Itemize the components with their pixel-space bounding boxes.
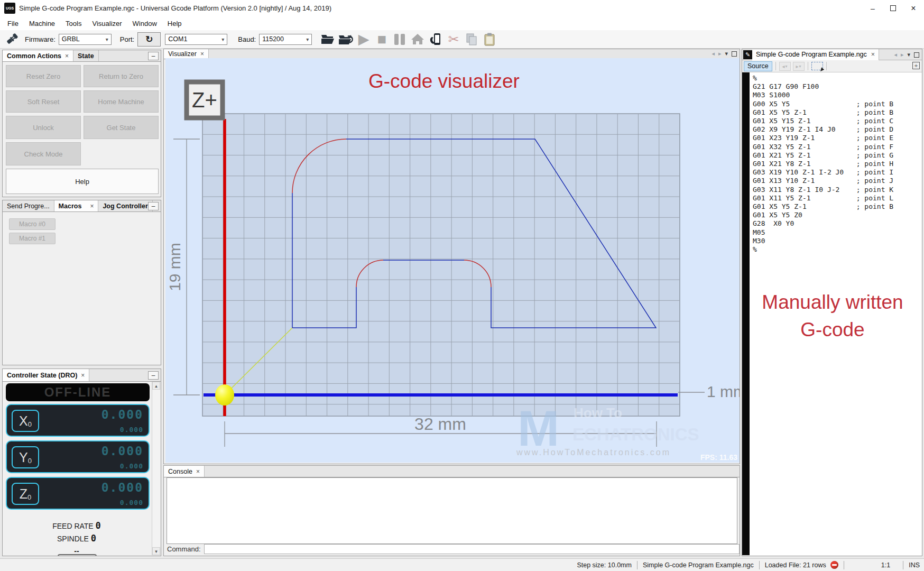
watermark-url: www.HowToMechatronics.com bbox=[516, 448, 671, 457]
edit-pencil-icon: ✎ bbox=[743, 50, 752, 59]
controller-status-badge: OFF-LINE bbox=[6, 383, 150, 401]
panel-minimize-button[interactable]: – bbox=[148, 52, 159, 60]
close-icon[interactable]: × bbox=[90, 202, 94, 210]
axis-reset-button-z[interactable]: Z0 bbox=[12, 483, 39, 505]
console-tabstrip: Console × bbox=[164, 466, 740, 477]
menu-bar: FileMachineToolsVisualizerWindowHelp bbox=[0, 16, 924, 30]
dock-right-icon[interactable]: ▸ bbox=[901, 51, 904, 58]
tab-common-actions[interactable]: Common Actions × bbox=[3, 50, 73, 61]
window-minimize-button[interactable]: – bbox=[863, 0, 883, 16]
window-maximize-button[interactable] bbox=[883, 0, 903, 16]
source-view-button[interactable]: Source bbox=[744, 61, 772, 71]
axis-work-position: 0.000 bbox=[101, 444, 143, 458]
float-window-icon[interactable] bbox=[732, 51, 737, 57]
axis-machine-position: 0.000 bbox=[120, 462, 143, 470]
check-mode-button[interactable]: Check Mode bbox=[6, 142, 81, 165]
panel-minimize-button[interactable]: – bbox=[148, 371, 159, 380]
close-icon[interactable]: × bbox=[200, 50, 204, 58]
connect-plug-icon[interactable] bbox=[3, 31, 20, 47]
stop-icon: ■ bbox=[373, 31, 390, 47]
firmware-select[interactable]: GRBL ▾ bbox=[59, 34, 112, 45]
menu-window[interactable]: Window bbox=[127, 17, 162, 30]
gcode-source-listing[interactable]: % G21 G17 G90 F100 M03 S1000 G00 X5 Y5 ;… bbox=[753, 74, 893, 254]
return-to-zero-button[interactable]: Return to Zero bbox=[84, 65, 159, 87]
editor-window-controls: ◂ ▸ ▾ bbox=[894, 51, 919, 58]
dimension-width-label: 32 mm bbox=[414, 415, 466, 434]
dock-left-icon[interactable]: ◂ bbox=[894, 51, 897, 58]
dock-right-icon[interactable]: ▸ bbox=[718, 50, 722, 57]
zoom-ratio-status: 1:1 bbox=[881, 561, 890, 569]
command-label: Command: bbox=[167, 545, 201, 553]
tab-jog-controller[interactable]: Jog Controller bbox=[98, 200, 152, 211]
main-toolbar: Firmware: GRBL ▾ Port: ↻ COM1 ▾ Baud: 11… bbox=[0, 30, 924, 49]
tab-macros[interactable]: Macros × bbox=[54, 200, 99, 211]
unlock-button[interactable]: Unlock bbox=[6, 116, 81, 139]
tab-state[interactable]: State bbox=[73, 50, 99, 61]
dropdown-icon[interactable]: ▾ bbox=[907, 51, 910, 58]
float-window-icon[interactable] bbox=[914, 52, 919, 58]
soft-reset-button[interactable]: Soft Reset bbox=[6, 90, 81, 113]
macro-0-button[interactable]: Macro #0 bbox=[9, 218, 56, 230]
console-output[interactable] bbox=[167, 477, 737, 544]
visualizer-drawing: 19 mm 32 mm 1 mm M How To ECHATRONICS ww… bbox=[165, 58, 740, 463]
axis-reset-button-x[interactable]: X0 bbox=[12, 410, 39, 432]
command-row: Command: bbox=[164, 543, 740, 555]
menu-visualizer[interactable]: Visualizer bbox=[87, 17, 127, 30]
alarm-button[interactable]: ALARM bbox=[58, 554, 97, 556]
tool-position-marker bbox=[215, 384, 234, 406]
window-close-button[interactable]: × bbox=[903, 0, 924, 16]
baud-select[interactable]: 115200 ▾ bbox=[259, 34, 312, 45]
close-icon[interactable]: × bbox=[65, 52, 69, 60]
dimension-unit-label: 1 mm bbox=[707, 383, 740, 400]
reload-file-icon[interactable] bbox=[337, 31, 354, 47]
panel-minimize-button[interactable]: – bbox=[148, 202, 159, 210]
ugs-application-window: UGS Simple G-code Program Example.ngc - … bbox=[0, 0, 924, 571]
tab-controller-state[interactable]: Controller State (DRO) × bbox=[3, 369, 89, 381]
tab-console[interactable]: Console × bbox=[164, 466, 205, 477]
port-label: Port: bbox=[120, 35, 134, 43]
separator bbox=[759, 561, 760, 569]
editor-tabstrip: ✎ Simple G-code Program Example.ngc × ◂ … bbox=[742, 49, 922, 60]
port-select[interactable]: COM1 ▾ bbox=[165, 34, 227, 45]
pendant-mobile-icon[interactable] bbox=[427, 31, 444, 47]
separator bbox=[826, 62, 827, 70]
help-button[interactable]: Help bbox=[6, 169, 159, 194]
port-value: COM1 bbox=[168, 35, 187, 43]
tab-visualizer[interactable]: Visualizer × bbox=[164, 49, 209, 59]
menu-tools[interactable]: Tools bbox=[60, 17, 87, 30]
editor-grid-icon[interactable]: + bbox=[912, 62, 920, 69]
selection-mode-icon[interactable] bbox=[811, 62, 823, 70]
tab-send-progress[interactable]: Send Progre... bbox=[3, 200, 54, 211]
scroll-down-icon[interactable]: ▾ bbox=[152, 547, 160, 555]
separator bbox=[903, 561, 903, 569]
command-input[interactable] bbox=[204, 544, 740, 554]
maximize-icon bbox=[890, 5, 896, 11]
macro-1-button[interactable]: Macro #1 bbox=[9, 233, 56, 244]
visualizer-annotation-title: G-code visualizer bbox=[368, 70, 520, 92]
get-state-button[interactable]: Get State bbox=[84, 116, 159, 139]
annotation-line-2: G-code bbox=[750, 319, 916, 341]
close-icon[interactable]: × bbox=[871, 51, 875, 58]
axis-reset-button-y[interactable]: Y0 bbox=[12, 446, 39, 468]
loaded-file-status: Loaded File: 21 rows bbox=[765, 561, 826, 569]
dro-scrollbar[interactable]: ▴ ▾ bbox=[152, 382, 160, 555]
reset-zero-button[interactable]: Reset Zero bbox=[6, 65, 81, 87]
axis-machine-position: 0.000 bbox=[120, 499, 143, 506]
common-actions-tabstrip: Common Actions × State – bbox=[3, 50, 161, 62]
scroll-up-icon[interactable]: ▴ bbox=[152, 382, 160, 390]
macros-tabstrip: Send Progre... Macros × Jog Controller – bbox=[3, 200, 161, 212]
dropdown-icon[interactable]: ▾ bbox=[725, 50, 728, 57]
menu-machine[interactable]: Machine bbox=[24, 17, 60, 30]
close-icon[interactable]: × bbox=[81, 372, 85, 379]
dock-left-icon[interactable]: ◂ bbox=[712, 50, 715, 57]
home-machine-button[interactable]: Home Machine bbox=[84, 90, 159, 113]
open-file-icon[interactable] bbox=[319, 31, 336, 47]
gcode-visualizer-canvas[interactable]: 19 mm 32 mm 1 mm M How To ECHATRONICS ww… bbox=[165, 58, 740, 463]
refresh-ports-button[interactable]: ↻ bbox=[137, 32, 161, 47]
menu-help[interactable]: Help bbox=[162, 17, 187, 30]
menu-file[interactable]: File bbox=[2, 17, 24, 30]
axis-machine-position: 0.000 bbox=[120, 426, 143, 434]
close-icon[interactable]: × bbox=[196, 468, 200, 475]
tab-gcode-file[interactable]: Simple G-code Program Example.ngc × bbox=[752, 49, 879, 60]
separator bbox=[808, 62, 808, 70]
